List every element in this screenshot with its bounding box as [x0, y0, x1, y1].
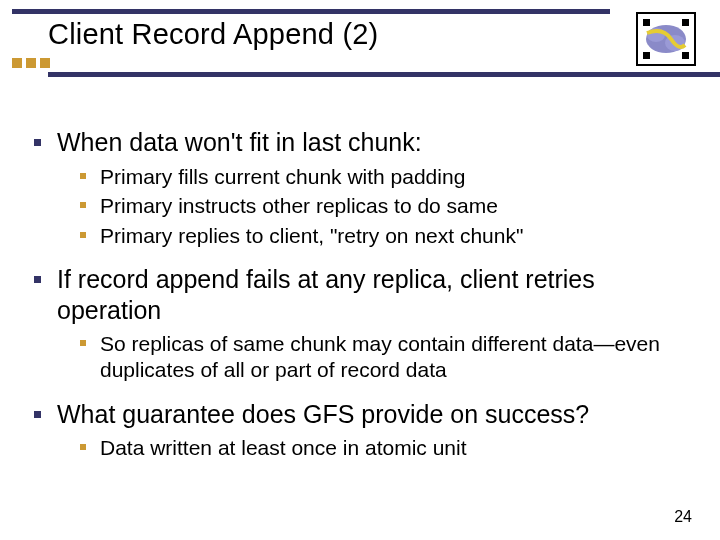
bullet-text: When data won't fit in last chunk: — [57, 127, 422, 158]
content: When data won't fit in last chunk: Prima… — [28, 127, 692, 461]
bullet-text: So replicas of same chunk may contain di… — [100, 331, 686, 382]
svg-rect-3 — [643, 19, 650, 26]
bullet-text: Data written at least once in atomic uni… — [100, 435, 467, 461]
bullet-level1: What guarantee does GFS provide on succe… — [34, 399, 686, 430]
bullet-square-icon — [80, 232, 86, 238]
bullet-square-icon — [34, 411, 41, 418]
slide: Client Record Append (2) When data won't… — [0, 0, 720, 540]
page-number: 24 — [674, 508, 692, 526]
svg-rect-6 — [682, 52, 689, 59]
sub-list: Primary fills current chunk with padding… — [80, 164, 686, 249]
accent-squares — [12, 58, 50, 68]
bullet-square-icon — [80, 202, 86, 208]
sub-list: So replicas of same chunk may contain di… — [80, 331, 686, 382]
bullet-square-icon — [34, 276, 41, 283]
title-area: Client Record Append (2) — [28, 18, 692, 51]
bullet-level2: So replicas of same chunk may contain di… — [80, 331, 686, 382]
bullet-text: Primary fills current chunk with padding — [100, 164, 465, 190]
bullet-level2: Primary replies to client, "retry on nex… — [80, 223, 686, 249]
decorative-icon — [636, 12, 696, 66]
bullet-level2: Data written at least once in atomic uni… — [80, 435, 686, 461]
bullet-text: If record append fails at any replica, c… — [57, 264, 686, 325]
svg-rect-4 — [682, 19, 689, 26]
bullet-square-icon — [34, 139, 41, 146]
bullet-list: When data won't fit in last chunk: Prima… — [34, 127, 686, 461]
sub-list: Data written at least once in atomic uni… — [80, 435, 686, 461]
bullet-text: Primary replies to client, "retry on nex… — [100, 223, 523, 249]
bullet-square-icon — [80, 444, 86, 450]
title-underline — [48, 72, 720, 77]
bullet-level2: Primary instructs other replicas to do s… — [80, 193, 686, 219]
bullet-level1: If record append fails at any replica, c… — [34, 264, 686, 325]
bullet-text: Primary instructs other replicas to do s… — [100, 193, 498, 219]
bullet-level2: Primary fills current chunk with padding — [80, 164, 686, 190]
bullet-square-icon — [80, 173, 86, 179]
svg-rect-5 — [643, 52, 650, 59]
bullet-square-icon — [80, 340, 86, 346]
slide-title: Client Record Append (2) — [48, 18, 692, 51]
bullet-level1: When data won't fit in last chunk: — [34, 127, 686, 158]
bullet-text: What guarantee does GFS provide on succe… — [57, 399, 589, 430]
top-rule — [12, 9, 610, 14]
